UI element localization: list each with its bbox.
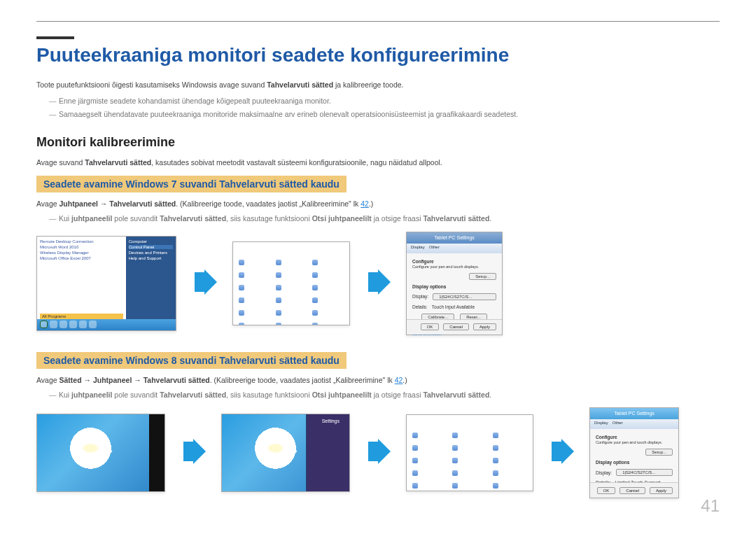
svg-marker-1: [368, 269, 391, 295]
page-link-42[interactable]: 42: [395, 376, 403, 384]
start-orb-icon: [40, 321, 48, 328]
win7-step: Avage Juhtpaneel → Tahvelarvuti sätted. …: [36, 198, 720, 210]
chapter-tab: [36, 36, 74, 39]
win8-flow: Settings Tablet PC Settings Display Othe…: [36, 407, 720, 498]
win7-heading: Seadete avamine Windows 7 suvandi Tahvel…: [36, 176, 346, 192]
section-subtitle: Avage suvand Tahvelarvuti sätted, kasuta…: [36, 157, 720, 169]
intro-note: Enne järgmiste seadete kohandamist ühend…: [49, 95, 720, 107]
screenshot-win7-control-panel: [232, 241, 350, 325]
intro-note: Samaaegselt ühendatavate puuteekraaniga …: [49, 108, 720, 120]
section-title: Monitori kalibreerimine: [36, 135, 720, 150]
win8-step: Avage Sätted → Juhtpaneel → Tahvelarvuti…: [36, 374, 720, 386]
win8-heading: Seadete avamine Windows 8 suvandi Tahvel…: [36, 352, 346, 369]
intro-notes: Enne järgmiste seadete kohandamist ühend…: [49, 95, 720, 120]
svg-marker-3: [368, 439, 391, 464]
page-link-42[interactable]: 42: [360, 199, 369, 208]
screenshot-win8-settings-pane: Settings: [221, 414, 350, 492]
screenshot-win8-tablet-pc-settings: Tablet PC Settings Display Other Configu…: [589, 407, 679, 498]
svg-marker-0: [195, 269, 217, 295]
screenshot-win8-control-panel: [406, 414, 533, 491]
screenshot-win7-start-menu: Remote Desktop Connection Microsoft Word…: [36, 236, 176, 331]
top-rule: [36, 21, 720, 22]
arrow-right-icon: [365, 269, 391, 297]
page-title: Puuteekraaniga monitori seadete konfigur…: [36, 44, 720, 66]
win7-note: Kui juhtpaneelil pole suvandit Tahvelarv…: [49, 213, 720, 225]
screenshot-win7-tablet-pc-settings: Tablet PC Settings Display Other Configu…: [406, 232, 503, 335]
win8-note: Kui juhtpaneelil pole suvandit Tahvelarv…: [49, 389, 720, 401]
win7-flow: Remote Desktop Connection Microsoft Word…: [36, 232, 720, 335]
arrow-right-icon: [192, 269, 217, 297]
arrow-right-icon: [549, 439, 574, 467]
arrow-right-icon: [365, 439, 391, 467]
screenshot-win8-desktop-charms: [36, 414, 165, 492]
svg-marker-2: [183, 439, 206, 464]
page-number: 41: [701, 496, 720, 516]
arrow-right-icon: [181, 439, 206, 467]
svg-marker-4: [552, 439, 574, 464]
intro-paragraph: Toote puutefunktsiooni õigesti kasutamis…: [36, 79, 720, 91]
